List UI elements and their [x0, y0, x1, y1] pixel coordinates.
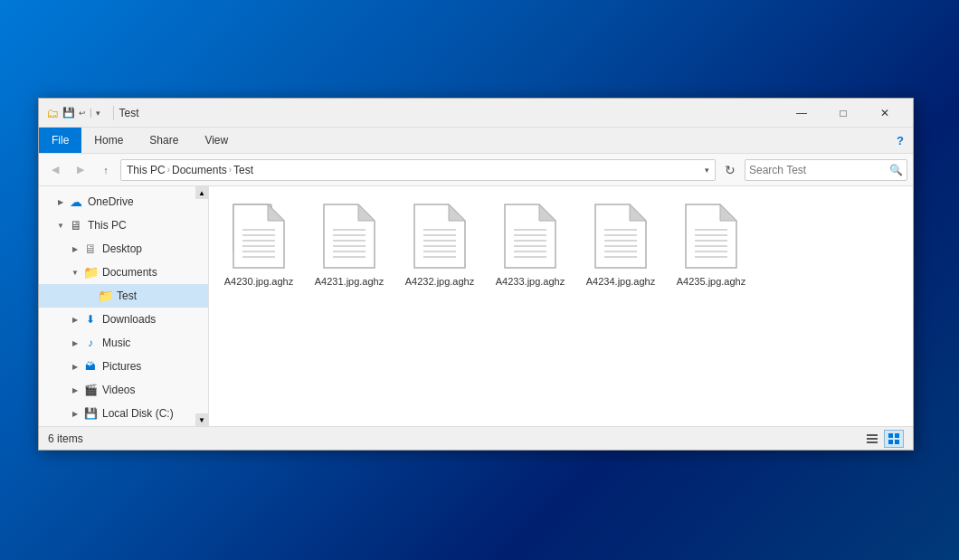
tab-view[interactable]: View — [192, 128, 242, 153]
pictures-icon: 🏔 — [82, 358, 99, 375]
quick-access-undo[interactable]: ↩ — [79, 109, 86, 118]
onedrive-label: OneDrive — [88, 195, 134, 208]
file-name-3: A4233.jpg.aghz — [496, 275, 565, 288]
help-button[interactable]: ? — [888, 128, 913, 153]
sidebar-item-videos[interactable]: ▶ 🎬 Videos — [39, 378, 208, 402]
videos-expand-arrow: ▶ — [68, 383, 82, 397]
sidebar-item-downloads[interactable]: ▶ ⬇ Downloads — [39, 308, 208, 331]
path-thispc: This PC — [127, 164, 166, 176]
sidebar-item-documents[interactable]: ▼ 📁 Documents — [39, 261, 208, 284]
file-icon-0 — [230, 203, 288, 271]
sidebar-item-onedrive[interactable]: ▶ ☁ OneDrive — [39, 190, 208, 214]
documents-label: Documents — [102, 266, 157, 279]
refresh-button[interactable]: ↻ — [719, 159, 741, 181]
file-item-0[interactable]: A4230.jpg.aghz — [218, 195, 299, 295]
sidebar-item-music[interactable]: ▶ ♪ Music — [39, 331, 208, 355]
back-button[interactable]: ◀ — [44, 159, 66, 181]
quick-access-separator: | — [90, 108, 92, 118]
status-bar: 6 items — [39, 426, 913, 450]
svg-rect-54 — [888, 440, 893, 444]
videos-label: Videos — [102, 384, 135, 396]
sidebar-scroll-up[interactable]: ▲ — [195, 186, 208, 199]
svg-rect-49 — [867, 434, 878, 436]
svg-marker-2 — [268, 204, 284, 221]
minimize-button[interactable]: — — [781, 99, 822, 128]
svg-rect-52 — [888, 433, 893, 438]
thispc-icon: 🖥 — [68, 217, 84, 233]
view-controls — [862, 430, 904, 448]
onedrive-expand-arrow: ▶ — [53, 195, 68, 209]
desktop-expand-arrow: ▶ — [68, 242, 82, 256]
music-icon: ♪ — [82, 335, 99, 351]
title-separator — [113, 106, 114, 120]
file-name-0: A4230.jpg.aghz — [224, 275, 293, 288]
localdisk-label: Local Disk (C:) — [102, 407, 174, 420]
videos-icon: 🎬 — [82, 382, 99, 398]
file-item-1[interactable]: A4231.jpg.aghz — [309, 195, 390, 295]
tab-share[interactable]: Share — [137, 128, 192, 153]
file-icon-3 — [501, 203, 559, 271]
thispc-expand-arrow: ▼ — [53, 218, 68, 233]
title-bar: 🗂 💾 ↩ | ▾ Test — □ ✕ — [39, 99, 913, 128]
path-sep-1: › — [167, 165, 170, 175]
address-dropdown-arrow[interactable]: ▾ — [705, 166, 709, 175]
tab-home[interactable]: Home — [81, 128, 137, 153]
localdisk-icon: 💾 — [82, 405, 99, 422]
localdisk-expand-arrow: ▶ — [68, 406, 82, 421]
svg-rect-50 — [867, 438, 878, 440]
file-item-4[interactable]: A4234.jpg.aghz — [580, 195, 661, 295]
address-path[interactable]: This PC › Documents › Test ▾ — [120, 159, 716, 181]
sidebar-scroll-down[interactable]: ▼ — [195, 413, 208, 426]
sidebar-item-test[interactable]: ▶ 📁 Test — [39, 284, 208, 308]
desktop-label: Desktop — [102, 242, 142, 255]
window-controls: — □ ✕ — [781, 99, 906, 128]
sidebar-item-localdisk[interactable]: ▶ 💾 Local Disk (C:) — [39, 402, 208, 425]
ribbon-tabs: File Home Share View ? — [39, 128, 913, 153]
window-title: Test — [119, 107, 781, 119]
search-input[interactable] — [749, 164, 886, 176]
title-folder-icon: 🗂 — [46, 106, 59, 120]
explorer-window: 🗂 💾 ↩ | ▾ Test — □ ✕ File Home Share — [38, 98, 914, 451]
music-expand-arrow: ▶ — [68, 336, 82, 350]
svg-marker-34 — [630, 204, 646, 221]
thispc-label: This PC — [88, 219, 127, 232]
quick-access-dropdown[interactable]: ▾ — [96, 109, 100, 118]
close-button[interactable]: ✕ — [864, 99, 906, 128]
test-folder-icon: 📁 — [97, 288, 113, 304]
svg-marker-18 — [449, 204, 465, 221]
file-item-3[interactable]: A4233.jpg.aghz — [489, 195, 571, 295]
ribbon: File Home Share View ? — [39, 128, 913, 154]
downloads-icon: ⬇ — [82, 311, 99, 327]
path-documents: Documents — [172, 164, 227, 176]
sidebar-item-thispc[interactable]: ▼ 🖥 This PC — [39, 214, 208, 237]
file-icon-1 — [320, 203, 378, 271]
search-box[interactable]: 🔍 — [745, 159, 907, 181]
up-button[interactable]: ↑ — [95, 159, 117, 181]
test-label: Test — [117, 289, 137, 302]
svg-rect-53 — [895, 433, 899, 438]
file-name-4: A4234.jpg.aghz — [586, 275, 655, 288]
tiles-view-button[interactable] — [884, 430, 904, 448]
file-item-5[interactable]: A4235.jpg.aghz — [670, 195, 752, 295]
breadcrumb: This PC › Documents › Test — [127, 164, 253, 176]
address-bar: ◀ ▶ ↑ This PC › Documents › Test ▾ ↻ 🔍 — [39, 154, 913, 186]
file-name-5: A4235.jpg.aghz — [677, 275, 745, 288]
music-label: Music — [102, 337, 130, 349]
file-item-2[interactable]: A4232.jpg.aghz — [399, 195, 480, 295]
sidebar-item-desktop[interactable]: ▶ 🖥 Desktop — [39, 237, 208, 261]
sidebar-item-pictures[interactable]: ▶ 🏔 Pictures — [39, 355, 208, 378]
downloads-expand-arrow: ▶ — [68, 312, 82, 327]
svg-marker-10 — [358, 204, 375, 221]
details-view-button[interactable] — [862, 430, 882, 448]
quick-access-save[interactable]: 💾 — [62, 107, 75, 119]
documents-expand-arrow: ▼ — [68, 265, 82, 280]
tab-file[interactable]: File — [39, 128, 81, 153]
maximize-button[interactable]: □ — [822, 99, 864, 128]
file-name-2: A4232.jpg.aghz — [405, 275, 474, 288]
sidebar: ▶ ☁ OneDrive ▼ 🖥 This PC ▶ 🖥 Desktop ▼ 📁… — [39, 186, 209, 426]
file-icon-5 — [682, 203, 740, 271]
file-icon-4 — [592, 203, 650, 271]
forward-button[interactable]: ▶ — [70, 159, 91, 181]
file-name-1: A4231.jpg.aghz — [315, 275, 384, 288]
svg-rect-51 — [867, 441, 878, 443]
